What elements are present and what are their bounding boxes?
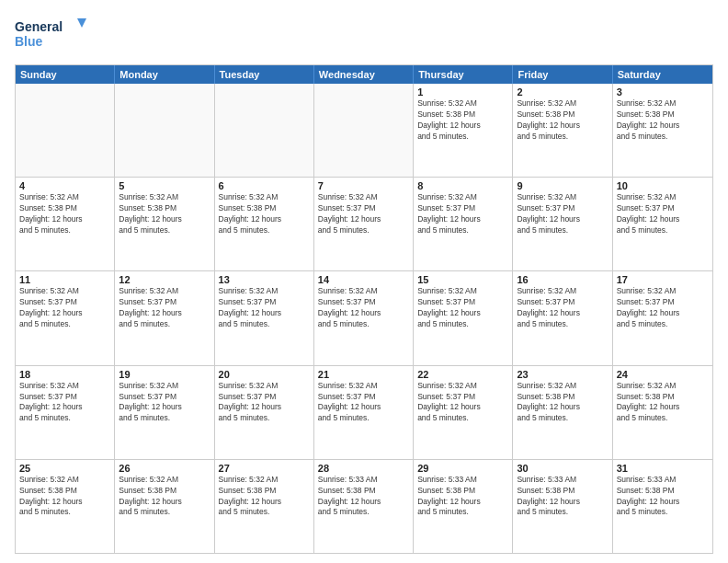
day-cell-12: 12Sunrise: 5:32 AM Sunset: 5:37 PM Dayli… xyxy=(115,271,214,364)
day-info: Sunrise: 5:32 AM Sunset: 5:37 PM Dayligh… xyxy=(617,192,709,236)
calendar-week-1: 1Sunrise: 5:32 AM Sunset: 5:38 PM Daylig… xyxy=(16,84,712,178)
day-cell-13: 13Sunrise: 5:32 AM Sunset: 5:37 PM Dayli… xyxy=(215,271,314,364)
day-cell-25: 25Sunrise: 5:32 AM Sunset: 5:38 PM Dayli… xyxy=(16,460,115,553)
day-number: 23 xyxy=(517,369,608,380)
day-number: 12 xyxy=(119,274,210,285)
calendar-week-4: 18Sunrise: 5:32 AM Sunset: 5:37 PM Dayli… xyxy=(16,366,712,460)
day-info: Sunrise: 5:32 AM Sunset: 5:37 PM Dayligh… xyxy=(318,381,409,425)
day-info: Sunrise: 5:32 AM Sunset: 5:37 PM Dayligh… xyxy=(19,381,110,425)
day-info: Sunrise: 5:32 AM Sunset: 5:37 PM Dayligh… xyxy=(318,286,409,330)
day-number: 25 xyxy=(19,463,110,474)
day-cell-26: 26Sunrise: 5:32 AM Sunset: 5:38 PM Dayli… xyxy=(115,460,214,553)
day-info: Sunrise: 5:32 AM Sunset: 5:37 PM Dayligh… xyxy=(119,286,210,330)
day-number: 10 xyxy=(617,180,709,191)
calendar-week-5: 25Sunrise: 5:32 AM Sunset: 5:38 PM Dayli… xyxy=(16,460,712,553)
day-cell-2: 2Sunrise: 5:32 AM Sunset: 5:38 PM Daylig… xyxy=(513,84,612,177)
day-info: Sunrise: 5:32 AM Sunset: 5:37 PM Dayligh… xyxy=(417,192,508,236)
header: General Blue xyxy=(15,15,713,55)
day-cell-11: 11Sunrise: 5:32 AM Sunset: 5:37 PM Dayli… xyxy=(16,271,115,364)
day-info: Sunrise: 5:32 AM Sunset: 5:37 PM Dayligh… xyxy=(517,286,608,330)
day-cell-19: 19Sunrise: 5:32 AM Sunset: 5:37 PM Dayli… xyxy=(115,366,214,459)
day-header-thursday: Thursday xyxy=(414,65,513,84)
day-info: Sunrise: 5:32 AM Sunset: 5:37 PM Dayligh… xyxy=(219,381,310,425)
day-info: Sunrise: 5:32 AM Sunset: 5:38 PM Dayligh… xyxy=(19,192,110,236)
day-number: 15 xyxy=(417,274,508,285)
day-header-tuesday: Tuesday xyxy=(215,65,314,84)
day-cell-20: 20Sunrise: 5:32 AM Sunset: 5:37 PM Dayli… xyxy=(215,366,314,459)
day-info: Sunrise: 5:32 AM Sunset: 5:37 PM Dayligh… xyxy=(119,381,210,425)
day-cell-3: 3Sunrise: 5:32 AM Sunset: 5:38 PM Daylig… xyxy=(613,84,712,177)
day-info: Sunrise: 5:32 AM Sunset: 5:37 PM Dayligh… xyxy=(219,286,310,330)
calendar-header: SundayMondayTuesdayWednesdayThursdayFrid… xyxy=(16,65,712,84)
calendar-week-3: 11Sunrise: 5:32 AM Sunset: 5:37 PM Dayli… xyxy=(16,271,712,365)
day-number: 7 xyxy=(318,180,409,191)
day-info: Sunrise: 5:33 AM Sunset: 5:38 PM Dayligh… xyxy=(417,475,508,519)
logo: General Blue xyxy=(15,15,88,55)
day-info: Sunrise: 5:32 AM Sunset: 5:38 PM Dayligh… xyxy=(617,381,709,425)
day-cell-1: 1Sunrise: 5:32 AM Sunset: 5:38 PM Daylig… xyxy=(414,84,513,177)
day-number: 26 xyxy=(119,463,210,474)
day-number: 29 xyxy=(417,463,508,474)
day-number: 16 xyxy=(517,274,608,285)
day-info: Sunrise: 5:32 AM Sunset: 5:38 PM Dayligh… xyxy=(417,98,508,143)
day-cell-16: 16Sunrise: 5:32 AM Sunset: 5:37 PM Dayli… xyxy=(513,271,612,364)
day-number: 6 xyxy=(219,180,310,191)
day-number: 14 xyxy=(318,274,409,285)
day-number: 2 xyxy=(517,86,608,98)
day-cell-6: 6Sunrise: 5:32 AM Sunset: 5:38 PM Daylig… xyxy=(215,178,314,270)
day-info: Sunrise: 5:32 AM Sunset: 5:38 PM Dayligh… xyxy=(119,475,210,519)
day-header-sunday: Sunday xyxy=(16,65,115,84)
day-info: Sunrise: 5:32 AM Sunset: 5:37 PM Dayligh… xyxy=(417,381,508,425)
day-info: Sunrise: 5:32 AM Sunset: 5:38 PM Dayligh… xyxy=(219,475,310,519)
day-header-monday: Monday xyxy=(115,65,214,84)
day-number: 8 xyxy=(417,180,508,191)
day-info: Sunrise: 5:33 AM Sunset: 5:38 PM Dayligh… xyxy=(318,475,409,519)
empty-cell xyxy=(314,84,414,177)
svg-text:General: General xyxy=(15,19,63,34)
calendar: SundayMondayTuesdayWednesdayThursdayFrid… xyxy=(15,64,713,554)
day-cell-23: 23Sunrise: 5:32 AM Sunset: 5:38 PM Dayli… xyxy=(513,366,612,459)
day-info: Sunrise: 5:32 AM Sunset: 5:38 PM Dayligh… xyxy=(617,98,709,143)
day-header-saturday: Saturday xyxy=(613,65,712,84)
day-number: 22 xyxy=(417,369,508,380)
day-number: 18 xyxy=(19,369,110,380)
day-cell-24: 24Sunrise: 5:32 AM Sunset: 5:38 PM Dayli… xyxy=(613,366,712,459)
day-cell-15: 15Sunrise: 5:32 AM Sunset: 5:37 PM Dayli… xyxy=(414,271,513,364)
day-number: 24 xyxy=(617,369,709,380)
day-number: 13 xyxy=(219,274,310,285)
day-number: 3 xyxy=(617,86,709,98)
day-header-wednesday: Wednesday xyxy=(314,65,414,84)
day-info: Sunrise: 5:32 AM Sunset: 5:37 PM Dayligh… xyxy=(517,192,608,236)
day-cell-10: 10Sunrise: 5:32 AM Sunset: 5:37 PM Dayli… xyxy=(613,178,712,270)
page: General Blue SundayMondayTuesdayWednesda… xyxy=(0,0,728,563)
day-cell-4: 4Sunrise: 5:32 AM Sunset: 5:38 PM Daylig… xyxy=(16,178,115,270)
day-info: Sunrise: 5:32 AM Sunset: 5:38 PM Dayligh… xyxy=(19,475,110,519)
day-info: Sunrise: 5:32 AM Sunset: 5:38 PM Dayligh… xyxy=(219,192,310,236)
day-number: 21 xyxy=(318,369,409,380)
day-info: Sunrise: 5:32 AM Sunset: 5:37 PM Dayligh… xyxy=(417,286,508,330)
day-cell-9: 9Sunrise: 5:32 AM Sunset: 5:37 PM Daylig… xyxy=(513,178,612,270)
day-info: Sunrise: 5:32 AM Sunset: 5:37 PM Dayligh… xyxy=(318,192,409,236)
empty-cell xyxy=(16,84,115,177)
calendar-body: 1Sunrise: 5:32 AM Sunset: 5:38 PM Daylig… xyxy=(16,84,712,553)
day-cell-22: 22Sunrise: 5:32 AM Sunset: 5:37 PM Dayli… xyxy=(414,366,513,459)
empty-cell xyxy=(115,84,214,177)
logo-svg: General Blue xyxy=(15,15,88,55)
day-cell-28: 28Sunrise: 5:33 AM Sunset: 5:38 PM Dayli… xyxy=(314,460,414,553)
day-number: 28 xyxy=(318,463,409,474)
day-cell-7: 7Sunrise: 5:32 AM Sunset: 5:37 PM Daylig… xyxy=(314,178,414,270)
svg-marker-2 xyxy=(77,18,86,28)
day-cell-5: 5Sunrise: 5:32 AM Sunset: 5:38 PM Daylig… xyxy=(115,178,214,270)
calendar-week-2: 4Sunrise: 5:32 AM Sunset: 5:38 PM Daylig… xyxy=(16,178,712,271)
day-cell-18: 18Sunrise: 5:32 AM Sunset: 5:37 PM Dayli… xyxy=(16,366,115,459)
day-info: Sunrise: 5:32 AM Sunset: 5:38 PM Dayligh… xyxy=(119,192,210,236)
day-number: 4 xyxy=(19,180,110,191)
day-info: Sunrise: 5:32 AM Sunset: 5:37 PM Dayligh… xyxy=(617,286,709,330)
svg-text:Blue: Blue xyxy=(15,34,43,49)
day-cell-21: 21Sunrise: 5:32 AM Sunset: 5:37 PM Dayli… xyxy=(314,366,414,459)
day-cell-30: 30Sunrise: 5:33 AM Sunset: 5:38 PM Dayli… xyxy=(513,460,612,553)
day-number: 11 xyxy=(19,274,110,285)
day-number: 5 xyxy=(119,180,210,191)
day-number: 20 xyxy=(219,369,310,380)
day-info: Sunrise: 5:33 AM Sunset: 5:38 PM Dayligh… xyxy=(517,475,608,519)
